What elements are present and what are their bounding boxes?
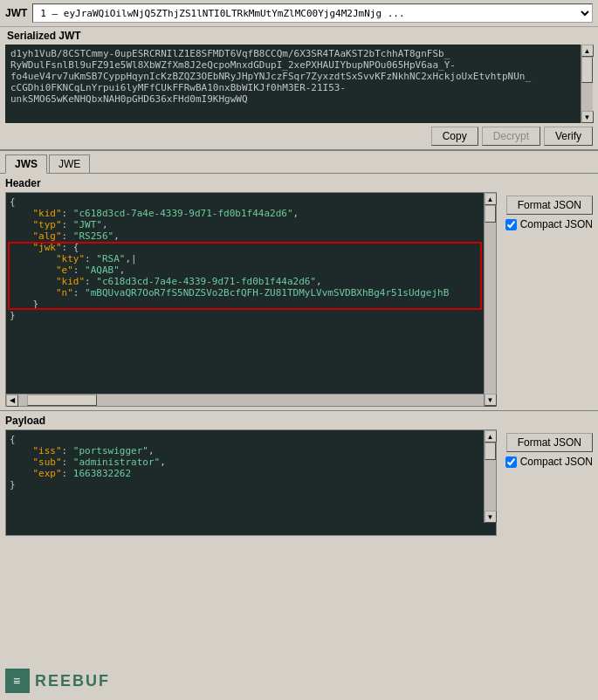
jwt-select[interactable]: 1 – eyJraWQiOilwNjQ5ZThjZS1lNTI0LTRkMmUt…: [32, 3, 593, 23]
payload-vscroll[interactable]: ▲ ▼: [484, 430, 496, 523]
code-line-8: "kid": "c618d3cd-7a4e-4339-9d71-fd0b1f44…: [10, 276, 484, 287]
jwt-label: JWT: [5, 7, 27, 19]
payload-compact-json-label: Compact JSON: [520, 456, 593, 468]
payload-scroll-thumb[interactable]: [485, 443, 496, 460]
header-section: Header { "kid": "c618d3cd-7a4e-4339-9d71…: [0, 174, 598, 410]
buttons-row: Copy Decrypt Verify: [0, 123, 598, 149]
header-hscroll-thumb[interactable]: [27, 395, 97, 406]
payload-compact-json-checkbox[interactable]: [505, 456, 517, 468]
header-code-panel[interactable]: { "kid": "c618d3cd-7a4e-4339-9d71-fd0b1f…: [6, 193, 496, 394]
payload-section: Payload { "iss": "portswigger", "sub": "…: [0, 411, 598, 588]
code-line-11: }: [10, 310, 484, 321]
scroll-up-btn[interactable]: ▲: [581, 45, 594, 57]
watermark: ≡ REEBUF: [5, 669, 110, 693]
watermark-icon: ≡: [5, 669, 30, 693]
tab-jws[interactable]: JWS: [5, 154, 47, 174]
code-line-7: "e": "AQAB",: [10, 264, 484, 276]
payload-scroll-up[interactable]: ▲: [485, 430, 497, 443]
payload-scroll-track: [485, 443, 496, 511]
tabs-row: JWS JWE: [0, 151, 598, 174]
serialized-jwt-textarea[interactable]: d1yh1VuB/8CSTCmmy-0upESRCRNIlZ1E8SFMDT6V…: [5, 45, 581, 123]
header-compact-json-label: Compact JSON: [520, 218, 593, 230]
watermark-icon-text: ≡: [13, 674, 22, 688]
decrypt-button[interactable]: Decrypt: [482, 127, 540, 146]
payload-line-4: "exp": 1663832262: [10, 468, 484, 479]
header-scroll-track: [485, 205, 496, 394]
header-hscroll-left[interactable]: ◀: [6, 395, 18, 407]
payload-line-5: }: [10, 479, 484, 491]
payload-line-2: "iss": "portswigger",: [10, 445, 484, 456]
jwt-row: JWT 1 – eyJraWQiOilwNjQ5ZThjZS1lNTI0LTRk…: [0, 0, 598, 27]
header-scroll-down[interactable]: ▼: [485, 394, 497, 406]
scroll-thumb[interactable]: [581, 57, 593, 83]
payload-code-panel[interactable]: { "iss": "portswigger", "sub": "administ…: [6, 430, 496, 535]
code-line-10: }: [10, 299, 484, 310]
code-line-6: "kty": "RSA",|: [10, 253, 484, 264]
header-scroll-thumb[interactable]: [485, 205, 496, 223]
verify-button[interactable]: Verify: [544, 127, 593, 146]
header-code-container: { "kid": "c618d3cd-7a4e-4339-9d71-fd0b1f…: [5, 192, 497, 407]
scroll-down-btn[interactable]: ▼: [581, 111, 594, 123]
payload-label: Payload: [5, 415, 593, 427]
tab-jwe[interactable]: JWE: [49, 154, 90, 173]
payload-code-container: { "iss": "portswigger", "sub": "administ…: [5, 429, 497, 536]
payload-scroll-down[interactable]: ▼: [485, 511, 497, 523]
payload-panel-right: Format JSON Compact JSON: [497, 429, 593, 471]
serialized-scrollbar[interactable]: ▲ ▼: [581, 45, 593, 123]
header-vscroll[interactable]: ▲ ▼: [484, 193, 496, 406]
header-compact-json-row: Compact JSON: [505, 218, 593, 230]
copy-button[interactable]: Copy: [431, 127, 478, 146]
header-label: Header: [5, 177, 593, 189]
header-panel-right: Format JSON Compact JSON: [497, 192, 593, 234]
header-hscroll[interactable]: ◀ ▶: [6, 394, 496, 406]
code-line-5: "jwk": {: [10, 242, 484, 253]
payload-compact-json-row: Compact JSON: [505, 456, 593, 468]
code-line-1: {: [10, 196, 484, 208]
payload-format-json-button[interactable]: Format JSON: [506, 433, 593, 452]
scroll-track: [581, 57, 593, 111]
header-hscroll-track: [18, 395, 484, 406]
serialized-jwt-label: Serialized JWT: [0, 27, 598, 45]
code-line-3: "typ": "JWT",: [10, 219, 484, 230]
header-scroll-up[interactable]: ▲: [485, 193, 497, 205]
header-format-json-button[interactable]: Format JSON: [506, 196, 593, 215]
payload-line-3: "sub": "administrator",: [10, 456, 484, 468]
code-line-2: "kid": "c618d3cd-7a4e-4339-9d71-fd0b1f44…: [10, 208, 484, 219]
header-compact-json-checkbox[interactable]: [505, 219, 517, 230]
watermark-text: REEBUF: [35, 672, 110, 690]
code-line-9: "n": "mBQUvaQR7OoR7fS5NDZSVo2BcfQFH-ZU81…: [10, 287, 484, 299]
payload-line-1: {: [10, 434, 484, 445]
code-line-4: "alg": "RS256",: [10, 230, 484, 242]
